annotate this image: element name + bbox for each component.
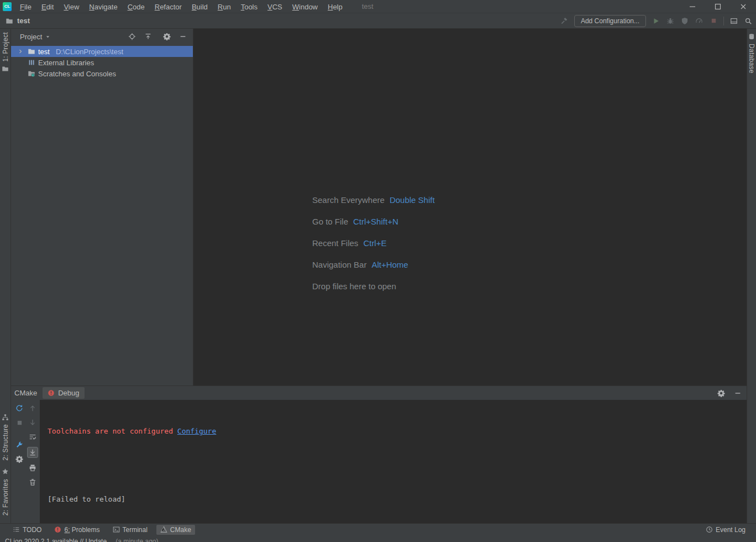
hint-action: Search Everywhere [312, 195, 385, 205]
console-line-2: [Failed to reload] [48, 494, 747, 505]
locate-file-icon[interactable] [128, 32, 136, 41]
stop-cmake-icon[interactable] [15, 418, 24, 427]
console-line-blank [48, 460, 747, 472]
toolbar-run-controls: Add Configuration... [560, 15, 753, 27]
project-stripe-folder-icon [1, 65, 10, 74]
restore-layout-icon[interactable] [729, 17, 738, 25]
debug-icon[interactable] [666, 17, 675, 25]
toolwindow-button-event-log[interactable]: Event Log [702, 525, 749, 535]
hint-keys: Ctrl+E [363, 238, 386, 248]
stripe-project-label: 1: Project [2, 32, 9, 62]
toolbar-separator [723, 17, 724, 25]
project-panel-actions [128, 32, 187, 41]
hint-search-everywhere: Search Everywhere Double Shift [312, 189, 435, 211]
chevron-slot [16, 69, 25, 78]
cmake-tool-window: CMake Debug [11, 385, 747, 523]
project-tool-window: Project [11, 29, 193, 385]
hide-panel-icon[interactable] [179, 32, 187, 41]
tree-row-scratches[interactable]: Scratches and Consoles [11, 68, 193, 79]
close-button[interactable] [731, 0, 756, 13]
menu-code[interactable]: Code [123, 1, 150, 13]
problems-error-icon [54, 526, 61, 533]
minimize-button[interactable] [680, 0, 705, 13]
search-everywhere-icon[interactable] [744, 17, 753, 25]
toolwindow-button-cmake[interactable]: CMake [156, 525, 195, 535]
tree-row-test-project[interactable]: test D:\CLionProjects\test [11, 46, 193, 57]
configure-link[interactable]: Configure [177, 427, 216, 435]
menu-build[interactable]: Build [187, 1, 213, 13]
settings-gear-icon[interactable] [162, 32, 171, 41]
profiler-icon[interactable] [695, 17, 704, 25]
cmake-label: CMake [170, 526, 191, 534]
menu-vcs[interactable]: VCS [262, 1, 287, 13]
settings-gear-icon[interactable] [717, 389, 726, 398]
stripe-button-structure[interactable]: 2: Structure [1, 409, 10, 464]
clion-logo-icon: CL [3, 2, 12, 11]
stripe-button-favorites[interactable]: 2: Favorites [1, 464, 10, 519]
terminal-label: Terminal [123, 526, 148, 534]
tree-row-external-libraries[interactable]: External Libraries [11, 57, 193, 68]
tree-item-name: test [38, 48, 50, 56]
cmake-settings-icon[interactable] [15, 440, 24, 449]
external-libraries-icon [27, 58, 36, 67]
console-line-1: Toolchains are not configured Configure [48, 426, 747, 437]
problems-label: 6: Problems [64, 526, 99, 534]
stripe-structure-label: 2: Structure [2, 424, 9, 461]
scratches-icon [27, 69, 36, 78]
folder-icon [27, 47, 36, 56]
chevron-right-icon[interactable] [16, 47, 25, 56]
project-view-selector[interactable]: Project [20, 32, 50, 41]
stop-icon[interactable] [709, 17, 718, 25]
menu-file[interactable]: File [15, 1, 36, 13]
hide-panel-icon[interactable] [733, 389, 742, 398]
prev-message-icon[interactable] [28, 404, 37, 413]
run-icon[interactable] [652, 17, 660, 25]
editor-shortcut-hints: Search Everywhere Double Shift Go to Fil… [312, 189, 435, 297]
hint-drop-files: Drop files here to open [312, 275, 435, 297]
breadcrumb-project-name: test [17, 17, 30, 25]
database-icon [747, 32, 756, 41]
collapse-all-icon[interactable] [144, 32, 153, 41]
left-tool-stripe: 1: Project 2: Structure 2: Favorites [0, 29, 11, 523]
scroll-to-end-icon[interactable] [27, 447, 38, 458]
main-toolbar: test Add Configuration... [0, 13, 756, 29]
reload-cmake-icon[interactable] [15, 404, 24, 413]
toolwindow-button-terminal[interactable]: Terminal [109, 525, 151, 535]
menu-help[interactable]: Help [323, 1, 348, 13]
stripe-button-project[interactable]: 1: Project [1, 29, 10, 77]
coverage-icon[interactable] [680, 17, 689, 25]
menu-run[interactable]: Run [213, 1, 236, 13]
menu-refactor[interactable]: Refactor [150, 1, 187, 13]
soft-wrap-icon[interactable] [28, 432, 37, 441]
terminal-icon [113, 526, 120, 533]
menu-window[interactable]: Window [287, 1, 323, 13]
menu-edit[interactable]: Edit [36, 1, 59, 13]
options-gear-icon[interactable] [15, 455, 24, 463]
console-error-text: Toolchains are not configured [48, 427, 177, 435]
menu-navigate[interactable]: Navigate [84, 1, 122, 13]
update-link[interactable]: CLion 2020.2.1 available // Update... [5, 538, 112, 542]
menu-tools[interactable]: Tools [236, 1, 262, 13]
todo-list-icon [13, 526, 20, 533]
stripe-favorites-label: 2: Favorites [2, 479, 9, 515]
editor-area[interactable]: Search Everywhere Double Shift Go to Fil… [193, 29, 747, 385]
hint-go-to-file: Go to File Ctrl+Shift+N [312, 211, 435, 232]
next-message-icon[interactable] [28, 418, 37, 427]
stripe-button-database[interactable]: Database [747, 29, 756, 77]
clear-all-trash-icon[interactable] [28, 478, 37, 487]
print-icon[interactable] [28, 463, 37, 472]
tree-item-name: External Libraries [38, 59, 94, 67]
tab-debug[interactable]: Debug [43, 387, 84, 399]
breadcrumb[interactable]: test [5, 17, 30, 25]
maximize-button[interactable] [705, 0, 731, 13]
cmake-body: Toolchains are not configured Configure … [11, 400, 747, 523]
add-configuration-button[interactable]: Add Configuration... [574, 15, 646, 27]
toolwindow-button-todo[interactable]: TODO [9, 525, 45, 535]
chevron-down-icon [45, 32, 50, 41]
hint-navigation-bar: Navigation Bar Alt+Home [312, 254, 435, 275]
cmake-left-toolbar [11, 400, 40, 523]
menu-view[interactable]: View [59, 1, 84, 13]
build-hammer-icon[interactable] [560, 17, 569, 25]
toolwindow-button-problems[interactable]: 6: Problems [50, 525, 103, 535]
status-bar: CLion 2020.2.1 available // Update... (a… [0, 535, 756, 542]
